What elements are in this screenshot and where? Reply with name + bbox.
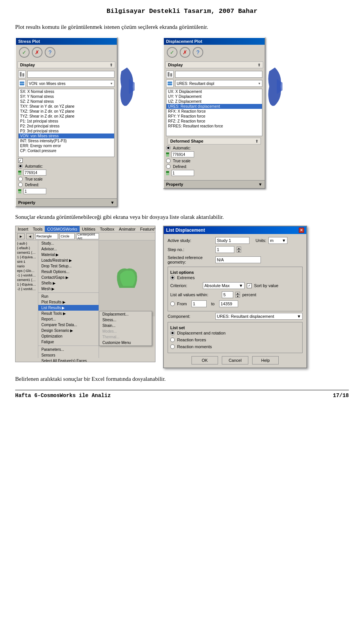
list-item-sx[interactable]: SX: X Normal stress <box>19 89 114 94</box>
stress-defined-radio[interactable] <box>18 182 23 187</box>
ld-step-input[interactable]: 1 <box>215 246 234 253</box>
sw-sidebar-advisor[interactable]: Advisor... <box>38 246 99 252</box>
sw-toolbar-icon-1[interactable]: ▶ <box>17 233 25 239</box>
list-item-von[interactable]: VON: von Mises stress <box>19 134 114 138</box>
sw-sidebar-result-options[interactable]: Result Options... <box>38 269 99 275</box>
ld-sort-checkbox[interactable]: ✓ <box>247 283 252 288</box>
sw-submenu-stress[interactable]: Stress... <box>99 317 152 323</box>
sw-menu-tools[interactable]: Tools <box>31 226 45 232</box>
sw-circle-field[interactable]: Circle <box>60 233 75 239</box>
stress-auto-value-input[interactable]: 776914 <box>24 170 46 176</box>
disp-defined-radio[interactable] <box>166 164 171 169</box>
list-item-sz[interactable]: SZ: Z Normal stress <box>19 99 114 104</box>
disp-list-rfx[interactable]: RFX: X Reaction force <box>166 109 262 114</box>
sw-submenu-customize[interactable]: Customize Menu <box>99 340 152 346</box>
sw-sidebar-loads[interactable]: Loads/Restraint ▶ <box>38 258 99 263</box>
sw-menu-cosmosworks[interactable]: COSMOSWorks <box>45 226 80 232</box>
list-item-tyz[interactable]: TYZ: Shear in Z dir. on XZ plane <box>19 114 114 119</box>
ld-to-input[interactable]: 14359 <box>219 300 238 307</box>
sw-sidebar-optimization[interactable]: Optimization <box>38 333 99 339</box>
sw-sidebar-plot-results[interactable]: Plot Results ▶ <box>38 299 99 305</box>
sw-sidebar-parameters[interactable]: Parameters... <box>38 347 99 352</box>
disp-automatic-radio[interactable] <box>166 146 171 150</box>
sw-menu-insert[interactable]: Insert <box>16 226 31 232</box>
sw-sidebar-design[interactable]: Design Scenario ▶ <box>38 328 99 333</box>
ld-list-set-radio-1[interactable] <box>170 331 175 335</box>
ld-active-study-input[interactable]: Study 1 <box>215 237 249 244</box>
list-item-int[interactable]: INT: Stress intensity(P1-P3) <box>19 138 114 143</box>
sw-sidebar-droptest[interactable]: Drop Test Setup... <box>38 263 99 269</box>
sw-sidebar-run[interactable]: Run <box>38 294 99 299</box>
list-item-p3[interactable]: P3: 3rd principal stress <box>19 129 114 134</box>
ld-help-button[interactable]: Help <box>252 356 279 364</box>
sw-menu-animator[interactable]: Animator <box>116 226 138 232</box>
stress-type-dropdown[interactable]: VON: von Mises stres ▼ <box>27 80 115 87</box>
sw-sidebar-list-results[interactable]: List Results ▶ <box>38 305 99 311</box>
sw-menu-featureworks[interactable]: FeatureWorks <box>138 226 155 232</box>
sw-centerpoint-field[interactable]: Centerpoint Arc <box>76 233 99 239</box>
sw-sidebar-sensors[interactable]: Sensors <box>38 352 99 358</box>
sw-sidebar-mesh[interactable]: Mesh ▶ <box>38 286 99 292</box>
ld-spin-up[interactable]: ▲ <box>237 247 241 250</box>
ld-units-dropdown[interactable]: m ▼ <box>268 237 287 244</box>
sw-sidebar-result-tools[interactable]: Result Tools ▶ <box>38 311 99 316</box>
ld-ok-button[interactable]: OK <box>191 356 218 364</box>
stress-property-bar[interactable]: Property ▼ <box>16 198 117 206</box>
disp-list-ux[interactable]: UX: X Displacement <box>166 89 262 94</box>
ld-list-spin-up[interactable]: ▲ <box>235 292 240 295</box>
help-button[interactable]: ? <box>45 47 55 58</box>
sw-submenu-strain[interactable]: Strain... <box>99 323 152 328</box>
ld-component-dropdown[interactable]: URES: Resultant displacement ▼ <box>215 313 303 320</box>
disp-text-input[interactable] <box>175 71 262 78</box>
sw-sidebar-contact[interactable]: Contact/Gaps ▶ <box>38 275 99 280</box>
sw-sidebar-compare[interactable]: Compare Test Data... <box>38 322 99 328</box>
sw-sidebar-select-all[interactable]: Select All Feature(s) Faces <box>38 358 99 362</box>
list-item-p1[interactable]: P1: 1st principal stress <box>19 119 114 124</box>
disp-list-uz[interactable]: UZ: Z Displacement <box>166 99 262 104</box>
disp-ok-button[interactable]: ✓ <box>167 47 177 58</box>
sw-sidebar-shells[interactable]: Shells ▶ <box>38 280 99 286</box>
list-item-txz[interactable]: TXZ: Shear in Z dir. on YZ plane <box>19 109 114 114</box>
sw-menu-utilities[interactable]: Utilities <box>80 226 97 232</box>
list-item-cp[interactable]: CP: Contact pressure <box>19 148 114 153</box>
sw-sidebar-report[interactable]: Report... <box>38 316 99 322</box>
disp-property-bar[interactable]: Property ▼ <box>164 180 265 188</box>
sw-toolbar-field[interactable]: Rectangle <box>35 233 58 239</box>
ld-cancel-button[interactable]: Cancel <box>222 356 248 364</box>
list-item-p2[interactable]: P2: 2nd principal stress <box>19 124 114 129</box>
ld-ref-geom-input[interactable]: N/A <box>215 256 261 263</box>
ld-extremes-radio[interactable] <box>170 275 175 280</box>
cancel-button[interactable]: ✗ <box>32 47 42 58</box>
disp-list-uy[interactable]: UY: Y Displacement <box>166 94 262 99</box>
stress-defined-value-input[interactable]: 1 <box>24 188 46 194</box>
list-item-err[interactable]: ERR: Energy norm error <box>19 143 114 148</box>
sw-submenu-displacement[interactable]: Displacement... <box>99 311 152 317</box>
sw-sidebar-material[interactable]: Material ▶ <box>38 252 99 258</box>
list-item-sy[interactable]: SY: Y Normal stress <box>19 94 114 99</box>
disp-type-dropdown[interactable]: URES: Resultant displ ▼ <box>175 80 262 87</box>
ld-list-set-radio-3[interactable] <box>170 344 175 349</box>
ld-list-set-radio-2[interactable] <box>170 338 175 342</box>
disp-true-scale-radio[interactable] <box>166 159 171 163</box>
sw-menu-toolbox[interactable]: Toolbox <box>98 226 117 232</box>
list-item-txy[interactable]: TXY: Shear in Y dir. on YZ plane <box>19 104 114 109</box>
sw-sidebar-fatigue[interactable]: Fatigue <box>38 339 99 345</box>
ld-spin-down[interactable]: ▼ <box>237 250 241 253</box>
ld-criterion-dropdown[interactable]: Absolute Max ▼ <box>203 282 245 289</box>
sw-sidebar-study[interactable]: Study... <box>38 240 99 246</box>
disp-auto-value-input[interactable]: 776914 <box>171 151 194 157</box>
ld-list-spin-down[interactable]: ▼ <box>235 295 240 298</box>
ld-list-all-input[interactable]: 5 <box>222 291 233 298</box>
disp-list-rfy[interactable]: RFY: Y Reaction force <box>166 114 262 119</box>
disp-list-rfres[interactable]: RFRES: Resultant reaction force <box>166 124 262 129</box>
disp-list-box[interactable]: UX: X Displacement UY: Y Displacement UZ… <box>166 89 262 136</box>
ok-button[interactable]: ✓ <box>19 47 30 58</box>
ld-from-input[interactable]: 1 <box>191 300 207 307</box>
stress-automatic-radio[interactable] <box>18 164 23 168</box>
disp-list-rfz[interactable]: RFZ: Z Reaction force <box>166 119 262 124</box>
disp-help-button[interactable]: ? <box>193 47 203 58</box>
stress-checkbox[interactable]: ✓ <box>18 158 23 163</box>
disp-cancel-button[interactable]: ✗ <box>180 47 190 58</box>
disp-list-ures[interactable]: URES: Resultant displacement <box>166 104 262 109</box>
disp-defined-value-input[interactable]: 1 <box>171 170 194 176</box>
